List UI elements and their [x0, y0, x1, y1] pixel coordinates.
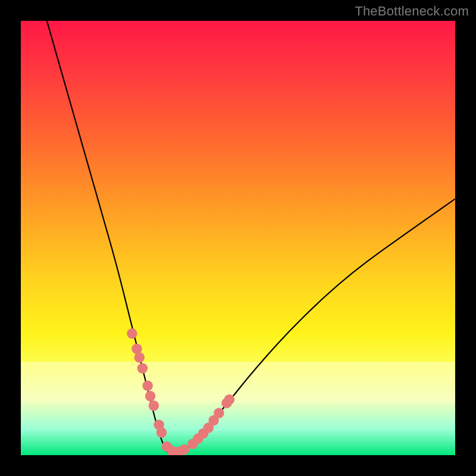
data-marker	[137, 363, 148, 374]
data-marker	[224, 394, 235, 405]
chart-frame: TheBottleneck.com	[0, 0, 476, 476]
watermark-text: TheBottleneck.com	[355, 4, 469, 19]
data-marker	[142, 380, 153, 391]
data-marker	[145, 391, 156, 402]
data-marker	[149, 400, 159, 411]
data-marker	[179, 444, 190, 455]
plot-area	[21, 21, 455, 455]
data-marker	[127, 328, 137, 339]
data-marker	[214, 408, 224, 418]
data-marker	[156, 427, 167, 438]
data-marker	[134, 352, 145, 363]
bottleneck-curve	[47, 21, 455, 455]
chart-svg	[21, 21, 455, 455]
